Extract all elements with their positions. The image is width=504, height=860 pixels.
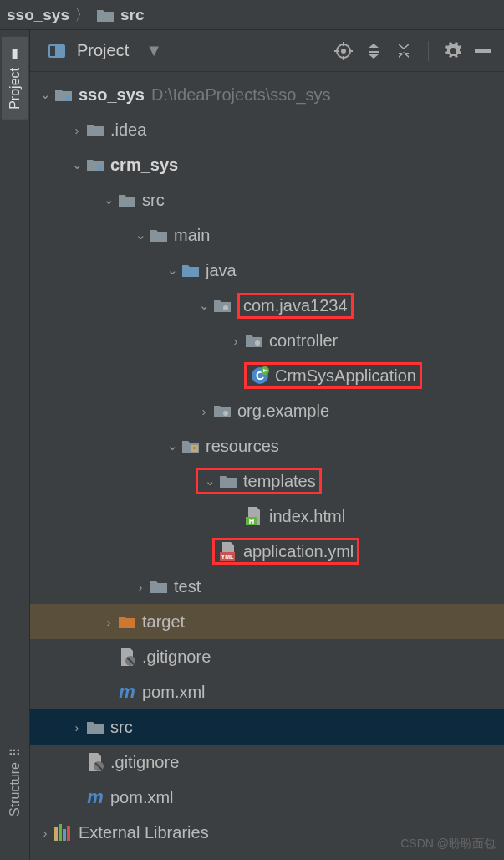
view-dropdown-label: Project bbox=[77, 41, 129, 60]
class-run-icon: C bbox=[250, 366, 270, 386]
expand-icon[interactable]: ⌄ bbox=[164, 263, 181, 278]
svg-rect-1 bbox=[50, 46, 55, 56]
expand-icon[interactable]: › bbox=[69, 720, 85, 735]
expand-all-icon[interactable] bbox=[363, 40, 384, 62]
svg-rect-9 bbox=[65, 96, 70, 101]
item-label: .idea bbox=[110, 120, 146, 140]
item-label: CrmSysApplication bbox=[275, 366, 416, 386]
tree-item-org[interactable]: › org.example bbox=[30, 393, 504, 428]
expand-icon[interactable]: ⌄ bbox=[196, 298, 212, 313]
locate-icon[interactable] bbox=[333, 40, 354, 62]
item-label: pom.xml bbox=[110, 788, 174, 807]
tree-item-test[interactable]: › test bbox=[30, 569, 504, 604]
gitignore-file-icon bbox=[117, 647, 137, 667]
structure-tab-icon: ⠿ bbox=[8, 747, 23, 757]
html-file-icon: H bbox=[244, 506, 264, 526]
project-toolbar: Project ▼ bbox=[30, 30, 504, 72]
svg-rect-10 bbox=[97, 166, 102, 171]
svg-point-16 bbox=[223, 411, 228, 416]
item-label: controller bbox=[269, 331, 338, 351]
tree-item-app[interactable]: C CrmSysApplication bbox=[30, 358, 504, 393]
item-label: .gitignore bbox=[142, 648, 211, 667]
tree-item-main[interactable]: ⌄ main bbox=[30, 218, 504, 253]
folder-icon bbox=[149, 576, 169, 596]
tree-item-src2[interactable]: › src bbox=[30, 709, 504, 745]
folder-icon bbox=[218, 471, 238, 491]
tab-project[interactable]: Project ▮ bbox=[2, 37, 28, 120]
collapse-all-icon[interactable] bbox=[393, 40, 415, 62]
root-path: D:\IdeaProjects\sso_sys bbox=[151, 85, 331, 105]
root-name: sso_sys bbox=[79, 85, 145, 105]
tree-item-idea[interactable]: › .idea bbox=[30, 112, 504, 147]
expand-icon[interactable]: › bbox=[100, 615, 117, 629]
item-label: com.java1234 bbox=[237, 293, 354, 319]
excluded-folder-icon bbox=[117, 612, 137, 632]
item-label: src bbox=[110, 718, 133, 737]
tree-item-controller[interactable]: › controller bbox=[30, 323, 504, 358]
tree-item-src[interactable]: ⌄ src bbox=[30, 182, 504, 218]
tree-item-pom2[interactable]: m pom.xml bbox=[30, 780, 504, 815]
tree-item-gitignore2[interactable]: .gitignore bbox=[30, 745, 504, 780]
expand-icon[interactable]: ⌄ bbox=[69, 157, 85, 172]
tree-item-gitignore[interactable]: .gitignore bbox=[30, 639, 504, 674]
tree-item-yml[interactable]: YML application.yml bbox=[30, 534, 504, 569]
structure-tab-label: Structure bbox=[8, 762, 23, 816]
chevron-right-icon: 〉 bbox=[74, 4, 90, 26]
item-label: resources bbox=[206, 437, 279, 456]
expand-icon[interactable]: › bbox=[132, 580, 149, 594]
breadcrumb-child[interactable]: src bbox=[120, 6, 145, 24]
svg-rect-29 bbox=[59, 824, 62, 841]
expand-icon[interactable]: ⌄ bbox=[37, 87, 53, 102]
tree-item-crm[interactable]: ⌄ crm_sys bbox=[30, 147, 504, 182]
expand-icon[interactable]: ⌄ bbox=[164, 438, 181, 453]
project-tab-icon: ▮ bbox=[7, 47, 23, 63]
expand-icon[interactable]: › bbox=[69, 123, 85, 137]
svg-point-12 bbox=[255, 340, 260, 346]
gear-icon[interactable] bbox=[442, 40, 464, 62]
item-label: target bbox=[142, 612, 185, 632]
svg-rect-18 bbox=[193, 447, 196, 448]
item-label: .gitignore bbox=[110, 753, 179, 772]
module-icon bbox=[85, 155, 105, 175]
tree-item-resources[interactable]: ⌄ resources bbox=[30, 428, 504, 463]
folder-icon bbox=[95, 5, 115, 25]
folder-icon bbox=[85, 717, 105, 737]
tree-item-pom[interactable]: m pom.xml bbox=[30, 674, 504, 709]
svg-rect-31 bbox=[67, 826, 70, 841]
tree-item-templates[interactable]: ⌄ templates bbox=[30, 463, 504, 499]
source-folder-icon bbox=[181, 260, 201, 280]
package-icon bbox=[212, 295, 232, 315]
expand-icon[interactable]: ⌄ bbox=[201, 474, 218, 489]
item-label: application.yml bbox=[243, 542, 354, 561]
gitignore-file-icon bbox=[85, 752, 105, 772]
expand-icon[interactable]: ⌄ bbox=[132, 228, 149, 243]
tree-item-package[interactable]: ⌄ com.java1234 bbox=[30, 288, 504, 323]
module-icon bbox=[53, 84, 74, 105]
folder-icon bbox=[85, 120, 105, 140]
chevron-down-icon: ▼ bbox=[145, 41, 162, 60]
folder-icon bbox=[149, 225, 169, 245]
expand-icon[interactable]: ⌄ bbox=[100, 192, 117, 207]
watermark: CSDN @盼盼面包 bbox=[400, 837, 496, 852]
tool-window-bar: Project ▮ Structure ⠿ bbox=[0, 30, 30, 860]
tree-item-target[interactable]: › target bbox=[30, 604, 504, 639]
svg-text:H: H bbox=[249, 517, 255, 525]
package-icon bbox=[212, 401, 232, 421]
resources-folder-icon bbox=[181, 436, 201, 456]
tree-root[interactable]: ⌄ sso_sys D:\IdeaProjects\sso_sys bbox=[30, 77, 504, 112]
svg-point-11 bbox=[223, 305, 228, 310]
project-tree[interactable]: ⌄ sso_sys D:\IdeaProjects\sso_sys › .ide… bbox=[30, 72, 504, 860]
item-label: java bbox=[206, 261, 237, 280]
expand-icon[interactable]: › bbox=[227, 334, 244, 348]
item-label: index.html bbox=[269, 507, 345, 526]
tree-item-index[interactable]: H index.html bbox=[30, 499, 504, 534]
view-dropdown[interactable]: Project ▼ bbox=[40, 38, 169, 64]
expand-icon[interactable]: › bbox=[196, 404, 212, 418]
tree-item-java[interactable]: ⌄ java bbox=[30, 253, 504, 288]
maven-file-icon: m bbox=[117, 682, 137, 702]
svg-rect-28 bbox=[54, 827, 58, 841]
breadcrumb-root[interactable]: sso_sys bbox=[7, 6, 69, 24]
minimize-icon[interactable] bbox=[472, 40, 494, 62]
tab-structure[interactable]: Structure ⠿ bbox=[0, 737, 30, 827]
expand-icon[interactable]: › bbox=[37, 826, 53, 840]
